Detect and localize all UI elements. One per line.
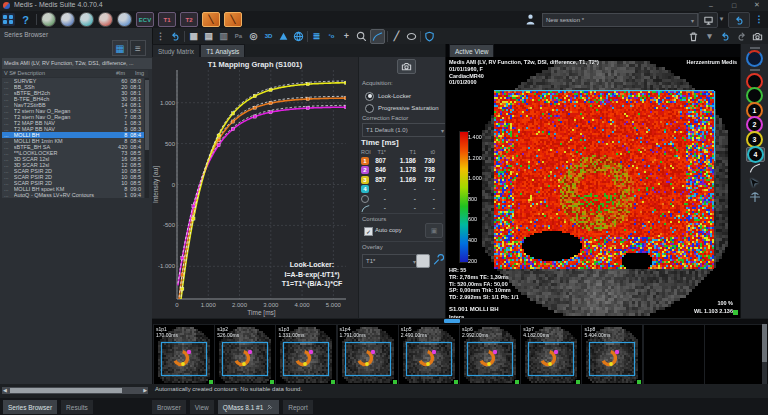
film-frame-s1p7[interactable]: s1p74.182.00ms bbox=[520, 324, 582, 386]
tab-browser[interactable]: Browser bbox=[151, 399, 187, 414]
roi-row[interactable]: 4--- bbox=[361, 185, 443, 194]
film-frame-s1p3[interactable]: s1p31.331.00ms bbox=[275, 324, 337, 386]
orange-app-icon-2[interactable]: ╲ bbox=[224, 12, 242, 27]
roi3-tool-icon[interactable]: 3 bbox=[746, 133, 763, 146]
roi1-tool-icon[interactable]: 1 bbox=[746, 104, 763, 117]
tab-series-browser[interactable]: Series Browser bbox=[2, 399, 58, 414]
col-description[interactable]: V S# Description bbox=[4, 70, 45, 76]
toolbar-handle[interactable] bbox=[750, 47, 760, 49]
roi-row[interactable]: 18071.186730 bbox=[361, 157, 443, 166]
series-scrollbar[interactable] bbox=[145, 78, 149, 198]
probe-tool-icon[interactable] bbox=[746, 52, 763, 65]
overlay-settings-wrench-icon[interactable] bbox=[431, 253, 444, 266]
overlay-layers-icon[interactable]: ≣ bbox=[310, 30, 323, 43]
overlay-combo[interactable]: T1* ▾ bbox=[362, 254, 420, 268]
col-num-images[interactable]: #Im bbox=[116, 70, 125, 76]
tab-view[interactable]: View bbox=[189, 399, 215, 414]
tab-qmass-8-1-1[interactable]: QMass 8.1 #1 bbox=[217, 399, 280, 414]
series-hscrollbar[interactable]: ◀ ▶ bbox=[2, 387, 148, 394]
app-icon-5[interactable] bbox=[117, 12, 132, 27]
zoom-icon[interactable] bbox=[355, 30, 368, 43]
reset-view-icon[interactable] bbox=[169, 30, 182, 43]
radio-look-locker[interactable]: Look-Locker bbox=[365, 90, 445, 102]
ecv-app-icon[interactable]: ECV bbox=[136, 12, 154, 27]
curve-tool-icon[interactable] bbox=[746, 162, 763, 175]
roi2-tool-icon[interactable]: 2 bbox=[746, 118, 763, 131]
tab-report[interactable]: Report bbox=[282, 399, 314, 414]
app-icon-1[interactable] bbox=[41, 12, 56, 27]
maximize-button[interactable]: □ bbox=[726, 0, 742, 10]
study-matrix-icon[interactable]: ▦ bbox=[187, 30, 200, 43]
roi-row[interactable]: 28461.178738 bbox=[361, 166, 443, 175]
drag-handle-icon[interactable]: ⋮ bbox=[154, 30, 167, 43]
film-frame-s1p4[interactable]: s1p41.791.00ms bbox=[337, 324, 399, 386]
film-frame-s1p6[interactable]: s1p62.992.00ms bbox=[459, 324, 521, 386]
t2-app-icon[interactable]: T2 bbox=[180, 12, 198, 27]
minimize-button[interactable]: – bbox=[703, 0, 719, 10]
three-d-icon[interactable]: 3D bbox=[262, 30, 275, 43]
col-img-time[interactable]: Img bbox=[135, 70, 144, 76]
workspace-layout-button[interactable] bbox=[698, 12, 718, 28]
undo-icon[interactable] bbox=[719, 30, 732, 43]
endo-contour-icon[interactable] bbox=[746, 75, 763, 88]
app-icon-3[interactable] bbox=[79, 12, 94, 27]
tab-t1-analysis[interactable]: T1 Analysis bbox=[200, 44, 245, 57]
graph-snapshot-button[interactable] bbox=[397, 59, 416, 74]
shield-icon[interactable] bbox=[423, 30, 436, 43]
layout-caret-icon[interactable]: ▾ bbox=[718, 14, 725, 24]
correction-factor-combo[interactable]: T1 Default (1.0) ▾ bbox=[362, 123, 448, 137]
close-button[interactable]: ✕ bbox=[749, 0, 765, 10]
layout-cols-icon[interactable]: ▥ bbox=[217, 30, 230, 43]
grid-view-icon[interactable]: ▦ bbox=[112, 40, 128, 56]
redo-icon[interactable] bbox=[735, 30, 748, 43]
app-icon-4[interactable] bbox=[98, 12, 113, 27]
tab-results[interactable]: Results bbox=[60, 399, 94, 414]
film-frame-s1p1[interactable]: s1p1170.00ms bbox=[153, 324, 215, 386]
list-view-icon[interactable]: ≡ bbox=[130, 40, 146, 56]
app-icon-2[interactable] bbox=[60, 12, 75, 27]
roi-row[interactable]: --- bbox=[361, 195, 443, 204]
delete-icon[interactable] bbox=[687, 30, 700, 43]
snapshot-icon[interactable] bbox=[751, 30, 764, 43]
roi4-tool-icon[interactable]: 4 bbox=[746, 147, 765, 162]
roi-row[interactable]: 38571.169737 bbox=[361, 176, 443, 185]
layout-rows-icon[interactable]: ▤ bbox=[202, 30, 215, 43]
film-frame-s1p5[interactable]: s1p52.490.00ms bbox=[398, 324, 460, 386]
filmstrip-scrollbar[interactable] bbox=[762, 324, 767, 384]
arrow-tool-icon[interactable] bbox=[746, 176, 763, 189]
link-series-icon[interactable]: °o bbox=[325, 30, 338, 43]
copy-contours-button[interactable]: ▣ bbox=[425, 223, 443, 238]
curve-tool-icon[interactable] bbox=[370, 29, 385, 44]
series-row[interactable]: ...AutoQ - QMass LV+RV Contours109:4 bbox=[2, 192, 144, 198]
globe-icon[interactable] bbox=[292, 30, 305, 43]
overflow-menu-icon[interactable]: ⋮ bbox=[754, 12, 764, 26]
orange-app-icon-1[interactable]: ╲ bbox=[202, 12, 220, 27]
workspaces-icon[interactable] bbox=[2, 13, 15, 26]
radio-progressive-saturation[interactable]: Progressive Saturation bbox=[365, 102, 445, 114]
auto-copy-checkbox[interactable]: ✓ bbox=[364, 227, 373, 236]
user-session-icon[interactable] bbox=[524, 13, 537, 26]
study-group-tab[interactable]: Medis AMI (LV, RV Function, T2w, DS1, di… bbox=[2, 58, 152, 69]
pin-icon[interactable] bbox=[266, 403, 274, 411]
film-frame-s1p2[interactable]: s1p2526.00ms bbox=[214, 324, 276, 386]
help-icon[interactable]: ? bbox=[19, 13, 32, 26]
t1-app-icon[interactable]: T1 bbox=[158, 12, 176, 27]
epi-contour-icon[interactable] bbox=[746, 89, 763, 102]
axes-tool-icon[interactable] bbox=[746, 191, 763, 204]
ellipse-tool-icon[interactable] bbox=[405, 30, 418, 43]
film-frame-s1p8[interactable]: s1p85.404.00ms bbox=[581, 324, 643, 386]
volume-cone-icon[interactable] bbox=[277, 30, 290, 43]
overlay-map-button[interactable] bbox=[416, 254, 430, 268]
delete-caret-icon[interactable]: ▾ bbox=[703, 30, 716, 43]
t1-mapping-chart[interactable]: 01.0002.0003.0004.0005.000-1.000-5000500… bbox=[152, 57, 358, 318]
series-row-menu-icon[interactable]: ... bbox=[2, 192, 14, 198]
tab-study-matrix[interactable]: Study Matrix bbox=[152, 44, 200, 57]
cine-icon[interactable]: ◎ bbox=[247, 30, 260, 43]
switch-session-button[interactable] bbox=[728, 12, 750, 28]
filmstrip-splitter-handle[interactable] bbox=[444, 319, 460, 323]
parameter-icon[interactable]: Pa bbox=[232, 30, 245, 43]
active-view-tab[interactable]: Active View bbox=[449, 44, 494, 57]
session-combo[interactable]: New session * ▾ bbox=[542, 13, 698, 27]
line-tool-icon[interactable]: ╱ bbox=[390, 30, 403, 43]
pan-icon[interactable]: + bbox=[340, 30, 353, 43]
